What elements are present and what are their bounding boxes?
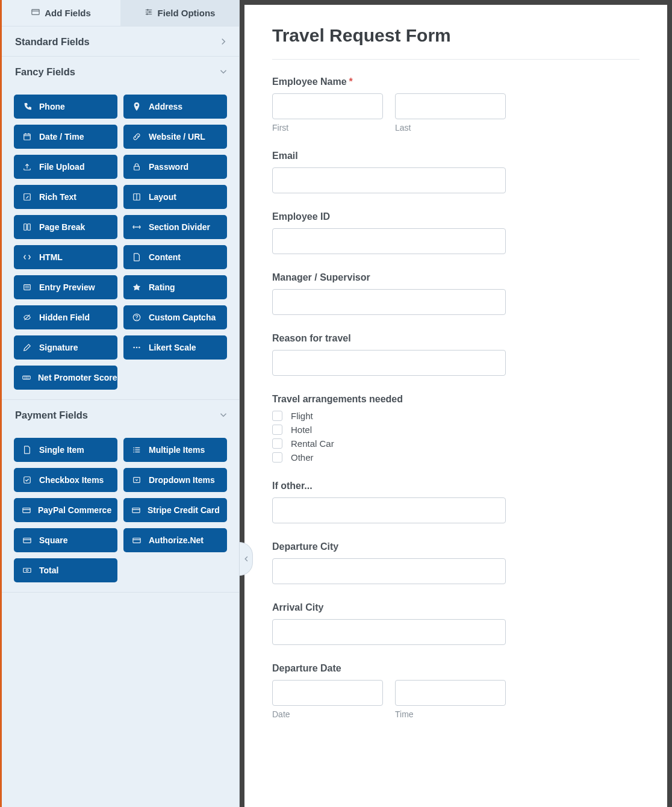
field-manager[interactable]: Manager / Supervisor: [272, 272, 639, 315]
svg-point-24: [136, 319, 137, 319]
field-type-label: Address: [149, 102, 182, 111]
preview-area: Travel Request Form Employee Name* First…: [240, 0, 672, 807]
label-departure-city: Departure City: [272, 541, 639, 552]
field-type-signature[interactable]: Signature: [14, 335, 117, 360]
label-employee-id: Employee ID: [272, 211, 639, 222]
field-type-page-break[interactable]: Page Break: [14, 215, 117, 239]
required-asterisk: *: [349, 76, 353, 87]
field-type-label: Layout: [149, 192, 176, 202]
input-manager[interactable]: [272, 289, 506, 315]
field-type-phone[interactable]: Phone: [14, 95, 117, 119]
field-arrival-city[interactable]: Arrival City: [272, 602, 639, 645]
field-type-hidden-field[interactable]: Hidden Field: [14, 305, 117, 329]
field-type-html[interactable]: HTML: [14, 245, 117, 269]
field-employee-name[interactable]: Employee Name* First Last: [272, 76, 639, 132]
tab-add-fields-label: Add Fields: [45, 8, 91, 18]
field-type-website-url[interactable]: Website / URL: [123, 125, 227, 149]
field-type-file-upload[interactable]: File Upload: [14, 155, 117, 179]
svg-rect-8: [24, 134, 31, 140]
input-employee-id[interactable]: [272, 228, 506, 254]
form-preview[interactable]: Travel Request Form Employee Name* First…: [244, 5, 667, 807]
svg-rect-46: [133, 538, 140, 543]
svg-rect-40: [23, 508, 30, 513]
field-type-net-promoter-score[interactable]: Net Promoter Score: [14, 366, 117, 390]
field-type-label: Net Promoter Score: [38, 373, 117, 382]
input-departure-time[interactable]: [395, 680, 506, 706]
field-type-authorize-net[interactable]: Authorize.Net: [123, 528, 227, 552]
field-if-other[interactable]: If other...: [272, 481, 639, 523]
input-first-name[interactable]: [272, 93, 383, 119]
field-type-likert-scale[interactable]: Likert Scale: [123, 335, 227, 360]
section-fancy-fields[interactable]: Fancy Fields: [2, 57, 239, 86]
field-type-total[interactable]: Total: [14, 558, 117, 582]
checkbox-other[interactable]: Other: [272, 452, 639, 463]
section-payment-fields[interactable]: Payment Fields: [2, 400, 239, 429]
field-reason[interactable]: Reason for travel: [272, 333, 639, 376]
field-type-custom-captcha[interactable]: Custom Captcha: [123, 305, 227, 329]
svg-point-27: [138, 347, 140, 349]
field-type-entry-preview[interactable]: Entry Preview: [14, 275, 117, 299]
svg-point-3: [146, 9, 148, 11]
input-if-other[interactable]: [272, 497, 506, 523]
field-type-label: PayPal Commerce: [38, 505, 111, 515]
field-type-rich-text[interactable]: Rich Text: [14, 185, 117, 209]
field-type-multiple-items[interactable]: Multiple Items: [123, 438, 227, 462]
tab-add-fields[interactable]: Add Fields: [2, 0, 120, 26]
payment-fields-grid: Single ItemMultiple ItemsCheckbox ItemsD…: [14, 438, 227, 582]
svg-rect-19: [24, 285, 31, 290]
section-standard-fields[interactable]: Standard Fields: [2, 26, 239, 57]
svg-point-35: [133, 447, 134, 449]
sidebar-scroll[interactable]: Standard Fields Fancy Fields PhoneAddres…: [2, 26, 239, 807]
field-type-section-divider[interactable]: Section Divider: [123, 215, 227, 239]
field-arrangements[interactable]: Travel arrangements needed FlightHotelRe…: [272, 394, 639, 463]
input-arrival-city[interactable]: [272, 619, 506, 645]
input-departure-city[interactable]: [272, 558, 506, 584]
field-type-label: Password: [149, 162, 188, 172]
checkbox-input-hotel[interactable]: [272, 425, 282, 435]
svg-rect-17: [28, 224, 30, 231]
field-type-stripe-credit-card[interactable]: Stripe Credit Card: [123, 498, 227, 522]
field-type-label: Rating: [149, 282, 175, 292]
field-type-checkbox-items[interactable]: Checkbox Items: [14, 468, 117, 492]
svg-point-37: [133, 452, 134, 453]
field-type-layout[interactable]: Layout: [123, 185, 227, 209]
field-type-label: Single Item: [39, 445, 84, 455]
input-email[interactable]: [272, 167, 506, 193]
sidebar: Add Fields Field Options Standard Fields…: [0, 0, 240, 807]
input-last-name[interactable]: [395, 93, 506, 119]
hidden-icon: [22, 313, 32, 322]
checkbox-input-flight[interactable]: [272, 411, 282, 421]
svg-point-5: [149, 11, 151, 13]
checkbox-input-rental-car[interactable]: [272, 438, 282, 449]
sublabel-first: First: [272, 123, 383, 132]
checkbox-hotel[interactable]: Hotel: [272, 425, 639, 435]
checkbox-input-other[interactable]: [272, 452, 282, 463]
svg-point-36: [133, 449, 134, 450]
field-type-date-time[interactable]: Date / Time: [14, 125, 117, 149]
field-departure-city[interactable]: Departure City: [272, 541, 639, 584]
field-email[interactable]: Email: [272, 151, 639, 193]
field-type-label: Square: [39, 535, 67, 545]
field-type-label: Hidden Field: [39, 313, 90, 322]
input-departure-date[interactable]: [272, 680, 383, 706]
field-type-single-item[interactable]: Single Item: [14, 438, 117, 462]
field-type-dropdown-items[interactable]: Dropdown Items: [123, 468, 227, 492]
field-type-square[interactable]: Square: [14, 528, 117, 552]
checkbox-label: Flight: [291, 411, 313, 421]
field-departure-date[interactable]: Departure Date Date Time: [272, 663, 639, 719]
input-reason[interactable]: [272, 350, 506, 376]
form-title: Travel Request Form: [272, 25, 639, 60]
field-employee-id[interactable]: Employee ID: [272, 211, 639, 254]
field-type-rating[interactable]: Rating: [123, 275, 227, 299]
calendar-icon: [22, 132, 32, 141]
checkbox-flight[interactable]: Flight: [272, 411, 639, 421]
field-type-address[interactable]: Address: [123, 95, 227, 119]
field-type-paypal-commerce[interactable]: PayPal Commerce: [14, 498, 117, 522]
lock-icon: [132, 163, 142, 171]
sublabel-time: Time: [395, 709, 506, 719]
field-type-password[interactable]: Password: [123, 155, 227, 179]
field-type-label: Page Break: [39, 222, 85, 232]
field-type-content[interactable]: Content: [123, 245, 227, 269]
tab-field-options[interactable]: Field Options: [120, 0, 239, 26]
checkbox-rental-car[interactable]: Rental Car: [272, 438, 639, 449]
